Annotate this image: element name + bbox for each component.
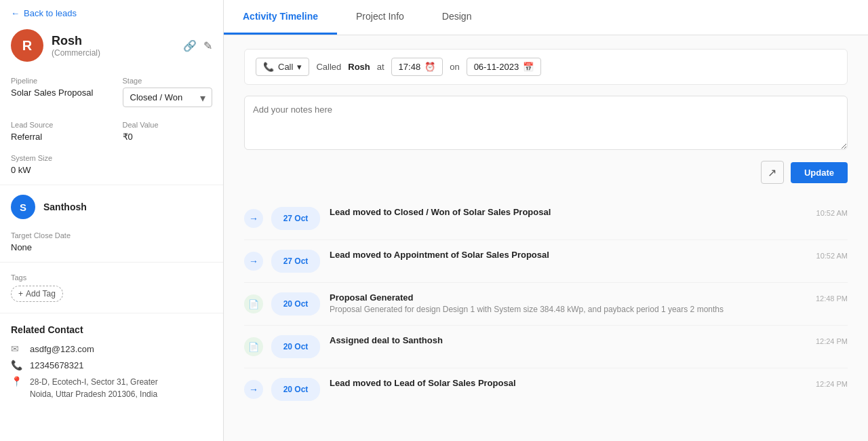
phone-icon: 📞 [11,360,23,370]
assignee-row: S Santhosh [0,189,223,225]
upload-icon: ↗ [768,166,776,179]
system-size-col: System Size 0 kW [0,147,223,180]
pipeline-col: Pipeline Solar Sales Proposal [0,70,112,114]
deal-value: ₹0 [112,130,224,147]
on-label: on [450,62,459,72]
divider-1 [0,185,223,185]
avatar-info: Rosh (Commercial) [52,34,175,58]
clock-icon: ⏰ [425,62,435,72]
lead-source-col: Lead Source Referral [0,114,112,147]
timeline-body: Assigned deal to Santhosh [330,335,806,347]
timeline-item: 📄 20 Oct Assigned deal to Santhosh 12:24… [244,326,848,368]
timeline-body: Lead moved to Appointment of Solar Sales… [330,250,807,262]
arrow-icon: → [244,252,263,271]
calendar-icon: 📅 [523,62,534,72]
timeline-item: → 20 Oct Lead moved to Lead of Solar Sal… [244,368,848,410]
timeline-body: Proposal Generated Proposal Generated fo… [330,292,806,314]
add-tag-label: Add Tag [26,289,56,299]
timeline-title: Lead moved to Lead of Solar Sales Propos… [330,378,806,388]
edit-icon[interactable]: ✎ [203,39,212,52]
source-deal-row: Lead Source Referral Deal Value ₹0 [0,114,223,147]
email-icon: ✉ [11,343,23,354]
notes-textarea[interactable] [244,96,848,150]
phone-row: 📞 12345678321 [0,357,223,373]
stage-select[interactable]: Closed / Won Open Appointment Lead [123,88,213,107]
timeline-left: → 20 Oct [244,378,320,401]
stage-col: Stage Closed / Won Open Appointment Lead [112,70,224,114]
date-input[interactable]: 06-11-2023 📅 [467,58,542,76]
target-close-value: None [0,241,223,258]
action-row: ↗ Update [244,161,848,184]
add-tag-button[interactable]: + Add Tag [11,286,63,302]
target-close-col: Target Close Date None [0,225,223,258]
timeline-item: 📄 20 Oct Proposal Generated Proposal Gen… [244,283,848,326]
lead-source-label: Lead Source [0,114,112,130]
timeline-subtitle: Proposal Generated for design Design 1 w… [330,305,806,314]
lead-subtitle: (Commercial) [52,48,175,58]
timeline-list: → 27 Oct Lead moved to Closed / Won of S… [244,197,848,410]
deal-value-label: Deal Value [112,114,224,130]
system-size-value: 0 kW [0,164,223,180]
timeline-time: 10:52 AM [816,207,848,217]
pipeline-stage-row: Pipeline Solar Sales Proposal Stage Clos… [0,70,223,114]
back-to-leads-link[interactable]: ← Back to leads [0,0,223,24]
arrow-icon: → [244,380,263,399]
timeline-time: 12:48 PM [816,292,848,303]
date-value: 06-11-2023 [474,62,519,72]
timeline-item: → 27 Oct Lead moved to Appointment of So… [244,240,848,283]
time-value: 17:48 [399,62,421,72]
timeline-date: 20 Oct [271,378,320,401]
avatar-row: R Rosh (Commercial) 🔗 ✎ [0,24,223,70]
share-icon[interactable]: 🔗 [183,39,197,52]
timeline-title: Lead moved to Appointment of Solar Sales… [330,250,807,260]
close-date-row: Target Close Date None [0,225,223,258]
email-row: ✉ asdfg@123.com [0,341,223,357]
timeline-date: 27 Oct [271,250,320,273]
arrow-icon: → [244,209,263,228]
call-type-select[interactable]: 📞 Call ▾ [256,58,309,76]
location-icon: 📍 [11,376,23,387]
right-panel: Activity Timeline Project Info Design 📞 … [224,0,868,441]
tabs-bar: Activity Timeline Project Info Design [224,0,868,35]
update-button[interactable]: Update [791,162,848,183]
tags-row: + Add Tag [0,283,223,309]
called-name: Rosh [348,62,370,72]
timeline-date: 27 Oct [271,207,320,230]
target-close-label: Target Close Date [0,225,223,241]
timeline-left: 📄 20 Oct [244,292,320,315]
stage-label: Stage [112,70,224,86]
tab-design[interactable]: Design [423,0,491,35]
address-value: 28-D, Ecotech-I, Sector 31, GreaterNoida… [30,376,158,400]
timeline-item: → 27 Oct Lead moved to Closed / Won of S… [244,197,848,240]
back-to-leads-label: Back to leads [24,8,77,18]
email-value: asdfg@123.com [30,344,94,354]
doc-icon: 📄 [244,294,263,313]
time-input[interactable]: 17:48 ⏰ [391,58,443,76]
timeline-title: Lead moved to Closed / Won of Solar Sale… [330,207,807,217]
timeline-title: Proposal Generated [330,292,806,303]
back-arrow-icon: ← [11,8,20,18]
timeline-body: Lead moved to Lead of Solar Sales Propos… [330,378,806,390]
avatar: R [11,29,43,62]
stage-select-wrapper[interactable]: Closed / Won Open Appointment Lead [123,88,213,107]
tab-project-info[interactable]: Project Info [337,0,423,35]
pipeline-label: Pipeline [0,70,112,86]
share-export-button[interactable]: ↗ [761,161,784,184]
doc-icon: 📄 [244,337,263,356]
divider-3 [0,313,223,313]
timeline-date: 20 Oct [271,335,320,358]
related-contact-title: Related Contact [0,318,223,341]
lead-name: Rosh [52,34,175,48]
activity-content: 📞 Call ▾ Called Rosh at 17:48 ⏰ on 06-11… [224,35,868,441]
called-label: Called [316,62,341,72]
timeline-time: 10:52 AM [816,250,848,260]
tab-activity-timeline[interactable]: Activity Timeline [224,0,337,35]
timeline-title: Assigned deal to Santhosh [330,335,806,345]
divider-2 [0,262,223,263]
at-label: at [377,62,384,72]
avatar-actions: 🔗 ✎ [183,39,212,52]
tags-label: Tags [0,267,223,283]
assignee-avatar: S [11,195,35,219]
deal-value-col: Deal Value ₹0 [112,114,224,147]
plus-icon: + [18,289,23,299]
